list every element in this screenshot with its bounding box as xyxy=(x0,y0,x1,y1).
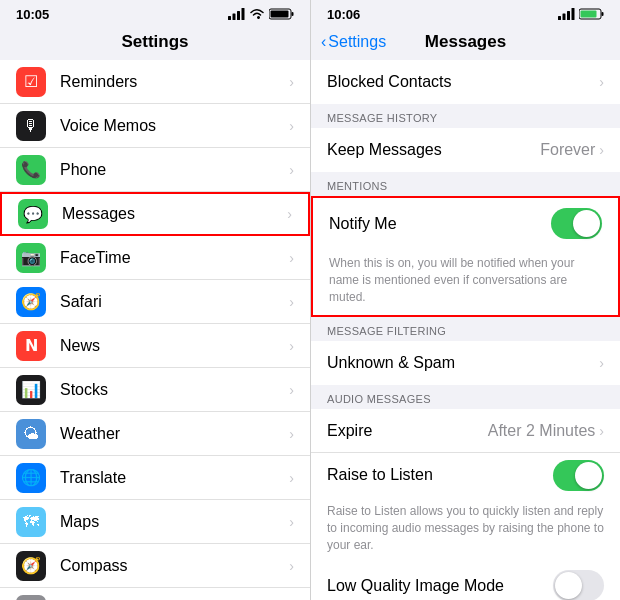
maps-chevron: › xyxy=(289,514,294,530)
low-quality-item[interactable]: Low Quality Image Mode xyxy=(311,564,620,600)
blocked-contacts-label: Blocked Contacts xyxy=(327,73,599,91)
settings-item-voice-memos[interactable]: 🎙 Voice Memos › xyxy=(0,104,310,148)
blocked-contacts-item[interactable]: Blocked Contacts › xyxy=(311,60,620,104)
signal-icon xyxy=(228,8,245,20)
audio-messages-card: Expire After 2 Minutes › Raise to Listen… xyxy=(311,409,620,563)
svg-rect-13 xyxy=(581,11,597,18)
raise-to-listen-label: Raise to Listen xyxy=(327,466,553,484)
settings-item-phone[interactable]: 📞 Phone › xyxy=(0,148,310,192)
right-time: 10:06 xyxy=(327,7,360,22)
right-content: Blocked Contacts › MESSAGE HISTORY Keep … xyxy=(311,60,620,600)
back-label: Settings xyxy=(328,33,386,51)
settings-item-measure[interactable]: 📐 Measure › xyxy=(0,588,310,600)
notify-me-label: Notify Me xyxy=(329,215,551,233)
phone-chevron: › xyxy=(289,162,294,178)
reminders-label: Reminders xyxy=(60,73,289,91)
settings-item-translate[interactable]: 🌐 Translate › xyxy=(0,456,310,500)
svg-rect-12 xyxy=(602,12,604,16)
maps-label: Maps xyxy=(60,513,289,531)
settings-item-maps[interactable]: 🗺 Maps › xyxy=(0,500,310,544)
svg-rect-10 xyxy=(572,8,575,20)
settings-item-compass[interactable]: 🧭 Compass › xyxy=(0,544,310,588)
expire-label: Expire xyxy=(327,422,488,440)
svg-rect-6 xyxy=(271,11,289,18)
audio-messages-header: AUDIO MESSAGES xyxy=(311,385,620,409)
low-quality-label: Low Quality Image Mode xyxy=(327,577,553,595)
low-quality-toggle[interactable] xyxy=(553,570,604,600)
voice-memos-icon: 🎙 xyxy=(16,111,46,141)
left-panel: 10:05 Settings ☑ xyxy=(0,0,310,600)
expire-chevron: › xyxy=(599,423,604,439)
settings-item-stocks[interactable]: 📊 Stocks › xyxy=(0,368,310,412)
chevron-left-icon: ‹ xyxy=(321,33,326,51)
settings-item-messages[interactable]: 💬 Messages › xyxy=(0,192,310,236)
message-filtering-header: MESSAGE FILTERING xyxy=(311,317,620,341)
blocked-contacts-chevron: › xyxy=(599,74,604,90)
unknown-spam-label: Unknown & Spam xyxy=(327,354,599,372)
svg-rect-2 xyxy=(237,11,240,20)
settings-item-safari[interactable]: 🧭 Safari › xyxy=(0,280,310,324)
svg-rect-0 xyxy=(228,16,231,20)
safari-chevron: › xyxy=(289,294,294,310)
measure-icon: 📐 xyxy=(16,595,46,601)
notify-me-toggle[interactable] xyxy=(551,208,602,239)
expire-value: After 2 Minutes xyxy=(488,422,596,440)
raise-to-listen-item[interactable]: Raise to Listen xyxy=(311,453,620,497)
translate-label: Translate xyxy=(60,469,289,487)
settings-item-reminders[interactable]: ☑ Reminders › xyxy=(0,60,310,104)
right-screen-title: Messages xyxy=(425,32,506,52)
compass-chevron: › xyxy=(289,558,294,574)
news-label: News xyxy=(60,337,289,355)
safari-label: Safari xyxy=(60,293,289,311)
mentions-header: MENTIONS xyxy=(311,172,620,196)
left-screen-title: Settings xyxy=(0,28,310,60)
translate-chevron: › xyxy=(289,470,294,486)
weather-chevron: › xyxy=(289,426,294,442)
left-status-bar: 10:05 xyxy=(0,0,310,28)
phone-label: Phone xyxy=(60,161,289,179)
phone-icon: 📞 xyxy=(16,155,46,185)
low-quality-knob xyxy=(555,572,582,599)
unknown-spam-card: Unknown & Spam › xyxy=(311,341,620,385)
expire-item[interactable]: Expire After 2 Minutes › xyxy=(311,409,620,453)
voice-memos-label: Voice Memos xyxy=(60,117,289,135)
wifi-icon xyxy=(249,8,265,20)
keep-messages-label: Keep Messages xyxy=(327,141,540,159)
right-panel: 10:06 ‹ Settings Messages Blocked xyxy=(310,0,620,600)
unknown-spam-chevron: › xyxy=(599,355,604,371)
facetime-icon: 📷 xyxy=(16,243,46,273)
reminders-chevron: › xyxy=(289,74,294,90)
svg-rect-5 xyxy=(292,12,294,16)
battery-icon xyxy=(269,8,294,20)
reminders-icon: ☑ xyxy=(16,67,46,97)
settings-item-weather[interactable]: 🌤 Weather › xyxy=(0,412,310,456)
news-icon: 𝗡 xyxy=(16,331,46,361)
settings-item-facetime[interactable]: 📷 FaceTime › xyxy=(0,236,310,280)
messages-icon: 💬 xyxy=(18,199,48,229)
keep-messages-item[interactable]: Keep Messages Forever › xyxy=(311,128,620,172)
raise-to-listen-toggle[interactable] xyxy=(553,460,604,491)
compass-icon: 🧭 xyxy=(16,551,46,581)
svg-rect-7 xyxy=(558,16,561,20)
raise-to-listen-subtitle: Raise to Listen allows you to quickly li… xyxy=(311,497,620,563)
svg-rect-1 xyxy=(233,14,236,21)
right-battery-icon xyxy=(579,8,604,20)
safari-icon: 🧭 xyxy=(16,287,46,317)
back-button[interactable]: ‹ Settings xyxy=(321,33,386,51)
low-quality-card: Low Quality Image Mode When this is on, … xyxy=(311,564,620,600)
messages-label: Messages xyxy=(62,205,287,223)
settings-item-news[interactable]: 𝗡 News › xyxy=(0,324,310,368)
notify-me-subtitle: When this is on, you will be notified wh… xyxy=(313,249,618,315)
right-status-icons xyxy=(558,8,604,20)
svg-rect-8 xyxy=(563,14,566,21)
keep-messages-card: Keep Messages Forever › xyxy=(311,128,620,172)
notify-me-item[interactable]: Notify Me xyxy=(313,198,618,249)
stocks-chevron: › xyxy=(289,382,294,398)
message-history-header: MESSAGE HISTORY xyxy=(311,104,620,128)
settings-list: ☑ Reminders › 🎙 Voice Memos › 📞 Phone › … xyxy=(0,60,310,600)
right-header: ‹ Settings Messages xyxy=(311,28,620,60)
left-time: 10:05 xyxy=(16,7,49,22)
svg-rect-3 xyxy=(242,8,245,20)
unknown-spam-item[interactable]: Unknown & Spam › xyxy=(311,341,620,385)
voice-memos-chevron: › xyxy=(289,118,294,134)
